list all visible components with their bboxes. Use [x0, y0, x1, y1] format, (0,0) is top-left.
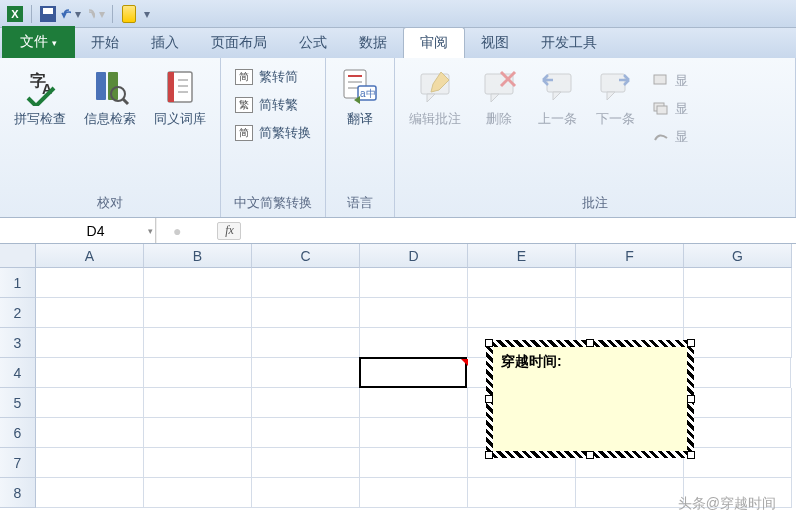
group-proofing: 字A 拼写检查 信息检索 同义词库 校对 [0, 58, 221, 217]
translate-label: 翻译 [347, 110, 373, 128]
tab-insert[interactable]: 插入 [135, 28, 195, 58]
name-box[interactable]: D4 ▾ [36, 218, 156, 243]
show-hide-comment-button[interactable]: 显 [649, 70, 692, 92]
resize-handle[interactable] [485, 339, 493, 347]
column-headers: A B C D E F G [36, 244, 796, 268]
simp-to-trad-icon: 繁 [235, 97, 253, 113]
name-box-value: D4 [40, 223, 151, 239]
show1-label: 显 [675, 72, 688, 90]
group-language-label: 语言 [334, 191, 386, 215]
prev-comment-button[interactable]: 上一条 [531, 62, 583, 132]
svg-text:X: X [11, 8, 19, 20]
fx-button[interactable]: fx [217, 222, 241, 240]
col-header-e[interactable]: E [468, 244, 576, 268]
ink-small-icon [653, 130, 669, 144]
resize-handle[interactable] [485, 451, 493, 459]
edit-comment-button[interactable]: 编辑批注 [403, 62, 467, 132]
row-header-5[interactable]: 5 [0, 388, 36, 418]
svg-rect-24 [601, 74, 625, 92]
convert-label: 简繁转换 [259, 124, 311, 142]
next-comment-label: 下一条 [596, 110, 635, 128]
simp-to-trad-label: 简转繁 [259, 96, 298, 114]
resize-handle[interactable] [687, 339, 695, 347]
row-header-1[interactable]: 1 [0, 268, 36, 298]
comment-author: 穿越时间: [501, 353, 562, 369]
thesaurus-label: 同义词库 [154, 110, 206, 128]
resize-handle[interactable] [485, 395, 493, 403]
edit-comment-label: 编辑批注 [409, 110, 461, 128]
tab-data[interactable]: 数据 [343, 28, 403, 58]
thesaurus-icon [160, 66, 200, 106]
tab-view[interactable]: 视图 [465, 28, 525, 58]
group-proofing-label: 校对 [8, 191, 212, 215]
col-header-g[interactable]: G [684, 244, 792, 268]
row-header-7[interactable]: 7 [0, 448, 36, 478]
undo-dropdown-icon[interactable]: ▾ [73, 6, 83, 22]
next-comment-button[interactable]: 下一条 [589, 62, 641, 132]
row-header-4[interactable]: 4 [0, 358, 36, 388]
show-ink-button[interactable]: 显 [649, 126, 692, 148]
watermark: 头条@穿越时间 [678, 495, 776, 513]
tab-developer[interactable]: 开发工具 [525, 28, 613, 58]
group-language: a中 翻译 语言 [326, 58, 395, 217]
col-header-b[interactable]: B [144, 244, 252, 268]
col-header-f[interactable]: F [576, 244, 684, 268]
col-header-c[interactable]: C [252, 244, 360, 268]
tab-home[interactable]: 开始 [75, 28, 135, 58]
save-icon[interactable] [39, 5, 57, 23]
resize-handle[interactable] [687, 395, 695, 403]
row-header-8[interactable]: 8 [0, 478, 36, 508]
row-header-6[interactable]: 6 [0, 418, 36, 448]
trad-to-simp-label: 繁转简 [259, 68, 298, 86]
convert-button[interactable]: 简 简繁转换 [231, 122, 315, 144]
delete-comment-button[interactable]: 删除 [473, 62, 525, 132]
formula-input[interactable] [251, 218, 796, 243]
comment-indicator-icon [461, 359, 468, 366]
formula-bar: D4 ▾ ● fx [0, 218, 796, 244]
show2-label: 显 [675, 100, 688, 118]
thesaurus-button[interactable]: 同义词库 [148, 62, 212, 132]
name-box-dropdown-icon[interactable]: ▾ [148, 226, 153, 236]
research-label: 信息检索 [84, 110, 136, 128]
svg-rect-25 [654, 75, 666, 84]
trad-to-simp-button[interactable]: 简 繁转简 [231, 66, 315, 88]
prev-comment-label: 上一条 [538, 110, 577, 128]
next-comment-icon [595, 66, 635, 106]
spellcheck-button[interactable]: 字A 拼写检查 [8, 62, 72, 132]
translate-button[interactable]: a中 翻译 [334, 62, 386, 132]
comment-box[interactable]: 穿越时间: [490, 344, 690, 454]
simp-to-trad-button[interactable]: 繁 简转繁 [231, 94, 315, 116]
comment-small-icon [653, 74, 669, 88]
active-cell-d4[interactable] [359, 357, 467, 388]
show-all-comments-button[interactable]: 显 [649, 98, 692, 120]
tab-page-layout[interactable]: 页面布局 [195, 28, 283, 58]
redo-dropdown-icon[interactable]: ▾ [97, 6, 107, 22]
row-headers: 1 2 3 4 5 6 7 8 [0, 268, 36, 508]
ribbon-tabs: 文件 开始 插入 页面布局 公式 数据 审阅 视图 开发工具 [0, 28, 796, 58]
undo-button[interactable] [61, 6, 71, 22]
edit-comment-icon [415, 66, 455, 106]
select-all-corner[interactable] [0, 244, 36, 268]
tab-review[interactable]: 审阅 [403, 27, 465, 58]
comments-small-icon [653, 102, 669, 116]
svg-rect-4 [96, 72, 106, 100]
separator [112, 5, 113, 23]
resize-handle[interactable] [687, 451, 695, 459]
customize-icon[interactable] [120, 5, 138, 23]
group-chinese-label: 中文简繁转换 [229, 191, 317, 215]
redo-button[interactable] [85, 6, 95, 22]
qat-customize-dropdown-icon[interactable]: ▾ [142, 6, 152, 22]
prev-comment-icon [537, 66, 577, 106]
row-header-3[interactable]: 3 [0, 328, 36, 358]
group-chinese-conversion: 简 繁转简 繁 简转繁 简 简繁转换 中文简繁转换 [221, 58, 326, 217]
quick-access-toolbar: X ▾ ▾ ▾ [0, 0, 796, 28]
col-header-d[interactable]: D [360, 244, 468, 268]
ribbon: 字A 拼写检查 信息检索 同义词库 校对 简 [0, 58, 796, 218]
tab-file[interactable]: 文件 [2, 26, 75, 58]
research-button[interactable]: 信息检索 [78, 62, 142, 132]
col-header-a[interactable]: A [36, 244, 144, 268]
resize-handle[interactable] [586, 451, 594, 459]
resize-handle[interactable] [586, 339, 594, 347]
row-header-2[interactable]: 2 [0, 298, 36, 328]
tab-formulas[interactable]: 公式 [283, 28, 343, 58]
